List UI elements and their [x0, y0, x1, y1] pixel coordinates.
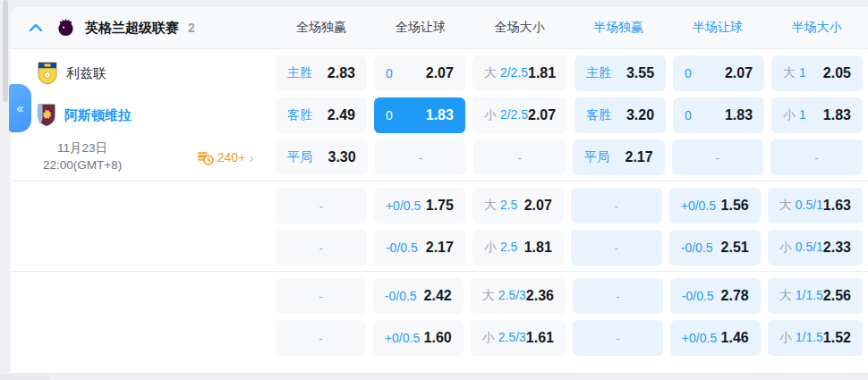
odds-row: --0/0.52.42大2.5/32.36--0/0.52.78大1/1.52.…	[11, 278, 868, 314]
match-datetime: 11月23日 22:00(GMT+8)	[43, 140, 122, 174]
collapse-league-button[interactable]	[27, 21, 45, 34]
league-name: 英格兰超级联赛	[85, 20, 179, 37]
odds-value: 2.36	[526, 288, 554, 304]
overunder-prefix: 小	[779, 330, 792, 346]
odds-value: 3.30	[328, 149, 356, 165]
odds-value: 2.07	[426, 65, 454, 81]
odds-label-group: 客胜	[287, 107, 312, 123]
odds-cell[interactable]: 客胜3.20	[574, 97, 666, 133]
odds-cell[interactable]: 大0.5/11.63	[768, 188, 863, 224]
overunder-prefix: 小	[484, 107, 497, 123]
odds-value: 1.83	[725, 107, 753, 123]
match-date: 11月23日	[43, 140, 122, 157]
odds-cell[interactable]: 小2/2.52.07	[472, 97, 567, 133]
odds-cell[interactable]: 01.83	[374, 97, 465, 133]
column-header-fulltime-overunder: 全场大小	[473, 20, 566, 36]
empty-odds-cell: -	[276, 188, 367, 224]
odds-cell[interactable]: 客胜2.49	[276, 97, 367, 133]
odds-cell[interactable]: 主胜2.83	[276, 55, 367, 91]
odds-cell[interactable]: 02.07	[673, 55, 764, 91]
odds-cell[interactable]: 大2.52.07	[472, 188, 564, 224]
chevron-right-icon: ›	[249, 150, 254, 165]
odds-line-label: 2.5	[500, 198, 517, 212]
odds-cell[interactable]: 主胜3.55	[574, 55, 666, 91]
odds-label-group: 主胜	[586, 65, 611, 81]
more-markets-button[interactable]: 240+ ›	[197, 150, 254, 165]
odds-cell[interactable]: +0/0.51.75	[374, 188, 465, 224]
odds-cell[interactable]: 平局2.17	[573, 139, 665, 175]
odds-cell[interactable]: -0/0.52.17	[374, 230, 465, 266]
odds-cell[interactable]: -0/0.52.51	[669, 230, 761, 266]
home-team-row[interactable]: 利兹联	[11, 62, 106, 85]
overunder-prefix: 小	[482, 330, 495, 346]
odds-value: 1.81	[528, 65, 556, 81]
odds-label-group: -0/0.5	[682, 289, 714, 303]
odds-cell[interactable]: 平局3.30	[276, 139, 368, 175]
odds-value: 3.20	[626, 107, 654, 123]
odds-cell[interactable]: -0/0.52.42	[373, 278, 464, 314]
odds-label-group: 客胜	[586, 107, 611, 123]
home-team-name: 利兹联	[66, 65, 106, 82]
odds-cell[interactable]: 大2/2.51.81	[472, 55, 567, 91]
odds-line-label: 2/2.5	[500, 107, 528, 122]
odds-line-label: 2.5/3	[498, 288, 526, 302]
odds-label-group: 0	[685, 108, 692, 122]
odds-row: 11月23日 22:00(GMT+8) 240+ › 平局3.30--平局2.1…	[11, 139, 868, 175]
odds-cell[interactable]: 大2.5/32.36	[471, 278, 566, 314]
odds-value: 2.83	[328, 65, 355, 81]
odds-rows: 利兹联 主胜2.8302.07大2/2.51.81主胜3.5502.07大12.…	[11, 55, 868, 356]
odds-line-label: -0/0.5	[386, 241, 418, 255]
odds-cell[interactable]: 大1/1.52.56	[768, 278, 863, 314]
overunder-prefix: 大	[779, 198, 792, 214]
odds-cell[interactable]: +0/0.51.56	[669, 188, 761, 224]
odds-label-group: 小2.5	[484, 240, 517, 256]
odds-line-label: 1/1.5	[796, 330, 823, 344]
column-header-halftime-1x2: 半场独赢	[573, 20, 665, 36]
odds-cell[interactable]: 小2.51.81	[472, 230, 564, 266]
odds-label-group: 大0.5/1	[779, 198, 823, 214]
odds-line-label: 0.5/1	[796, 198, 823, 212]
empty-odds-cell: -	[573, 320, 663, 356]
odds-cell[interactable]: 小1/1.51.52	[768, 320, 863, 356]
odds-cell[interactable]: +0/0.51.60	[373, 320, 464, 356]
odds-value: 2.07	[528, 107, 556, 123]
match-left-cell	[11, 230, 268, 266]
odds-row: --0/0.52.17小2.51.81--0/0.52.51小0.5/12.33	[11, 230, 868, 266]
odds-cell[interactable]: 小2.5/31.61	[471, 320, 566, 356]
odds-cell[interactable]: 01.83	[673, 97, 764, 133]
odds-line-label: +0/0.5	[385, 331, 420, 345]
overunder-prefix: 大	[484, 198, 497, 214]
odds-cell[interactable]: -0/0.52.78	[670, 278, 761, 314]
odds-label-group: -0/0.5	[386, 241, 418, 255]
odds-row: 阿斯顿维拉 客胜2.4901.83小2/2.52.07客胜3.2001.83小1…	[11, 97, 868, 133]
odds-line-label: 平局	[584, 149, 609, 165]
odds-label-group: 大2/2.5	[484, 65, 528, 81]
odds-label-group: 大2.5/3	[482, 288, 526, 304]
odds-cell[interactable]: +0/0.51.46	[670, 320, 761, 356]
odds-cell[interactable]: 小11.83	[771, 97, 863, 133]
left-scrollbar-thumb[interactable]	[3, 0, 8, 102]
overunder-prefix: 大	[783, 65, 796, 81]
odds-line-label: +0/0.5	[682, 331, 717, 345]
collapse-sidebar-tab[interactable]: «	[9, 84, 31, 132]
odds-value: 2.07	[524, 198, 552, 214]
odds-line-label: 客胜	[586, 107, 611, 123]
odds-value: 2.17	[625, 149, 653, 165]
odds-cell[interactable]: 小0.5/12.33	[768, 230, 863, 266]
overunder-prefix: 大	[779, 288, 792, 304]
odds-cell[interactable]: 02.07	[374, 55, 465, 91]
match-left-cell	[11, 278, 268, 314]
odds-label-group: 平局	[584, 149, 609, 165]
odds-label-group: +0/0.5	[682, 331, 717, 345]
odds-line-label: +0/0.5	[386, 198, 421, 213]
empty-odds-cell: -	[375, 139, 467, 175]
odds-value: 1.83	[426, 107, 454, 123]
odds-value: 3.55	[626, 65, 654, 81]
section-divider	[11, 271, 868, 272]
odds-cell[interactable]: 大12.05	[771, 55, 863, 91]
odds-line-label: -0/0.5	[682, 289, 714, 303]
odds-value: 2.33	[823, 240, 851, 256]
odds-line-label: -0/0.5	[681, 241, 713, 255]
column-header-fulltime-1x2: 全场独赢	[276, 20, 368, 36]
empty-odds-cell: -	[276, 230, 367, 266]
